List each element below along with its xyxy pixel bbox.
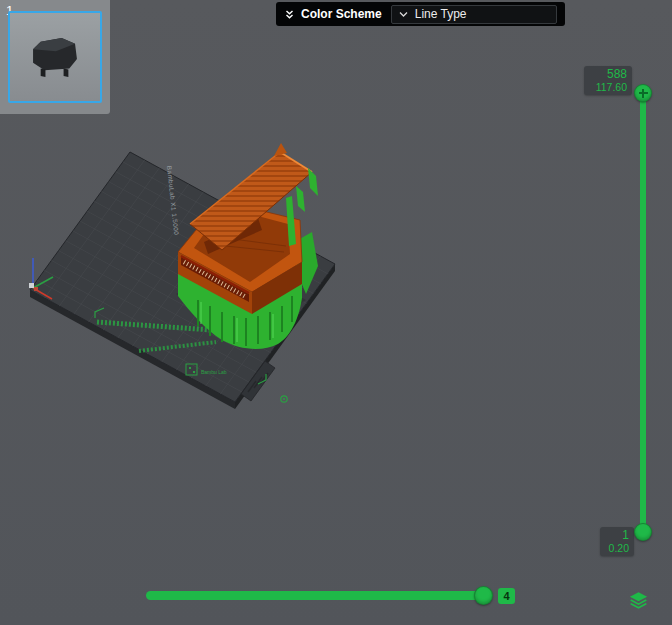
color-scheme-label: Color Scheme xyxy=(301,7,382,21)
plate-gallery-panel: 1 xyxy=(0,0,110,114)
layer-max-badge: 588 117.60 xyxy=(584,66,632,95)
step-slider-handle[interactable] xyxy=(474,586,493,605)
step-slider-track[interactable] xyxy=(146,591,492,600)
line-type-dropdown[interactable]: Line Type xyxy=(391,5,557,24)
model-piano[interactable] xyxy=(176,143,318,349)
chevron-down-icon xyxy=(398,10,409,19)
color-scheme-toolbar: Color Scheme Line Type xyxy=(276,2,565,26)
layers-view-button[interactable] xyxy=(626,588,651,613)
layer-slider-top-handle[interactable] xyxy=(634,84,652,102)
preview-stage: BambuLab X1 1.5000 Bambu Lab xyxy=(0,0,672,625)
plate-front-logo-text: Bambu Lab xyxy=(201,369,227,375)
layer-min-number: 1 xyxy=(605,529,629,542)
plate-thumbnail[interactable] xyxy=(8,11,102,103)
layer-max-height: 117.60 xyxy=(589,81,627,93)
layer-slider-bottom-handle[interactable] xyxy=(634,523,652,541)
plus-icon xyxy=(639,89,648,98)
layer-min-height: 0.20 xyxy=(605,542,629,554)
double-chevron-down-icon[interactable] xyxy=(282,7,296,21)
line-type-value: Line Type xyxy=(415,7,467,21)
layer-slider-track[interactable] xyxy=(640,94,646,532)
layer-min-badge: 1 0.20 xyxy=(600,527,634,556)
layers-icon xyxy=(627,589,650,612)
plate-thumbnail-image xyxy=(11,15,99,99)
layer-max-number: 588 xyxy=(589,68,627,81)
step-slider-value-badge: 4 xyxy=(498,588,515,604)
